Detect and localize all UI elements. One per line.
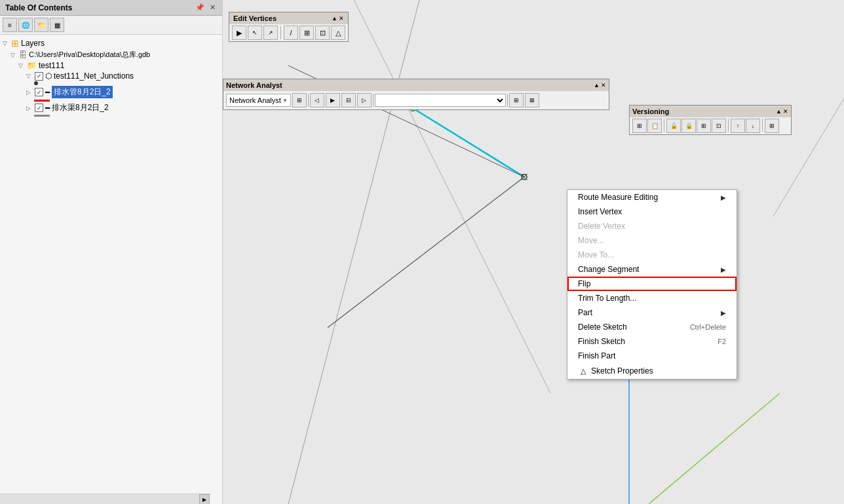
menu-label-route-measure: Route Measure Editing [578,193,658,202]
toc-layer-channel[interactable]: ▷ ✓ ━ 排水渠8月2日_2 [3,102,220,114]
ev-tools: ▶ ↖ ↗ / ⊞ ⊡ △ [229,24,348,41]
layer-checkbox-junctions[interactable]: ✓ [35,72,43,81]
versioning-panel: Versioning ▲ ✕ ⊞ 📋 🔓 🔒 ⊞ ⊡ ↑ ↓ ⊞ [629,105,792,135]
toc-scroll-right[interactable]: ▶ [199,494,210,504]
group-icon: 📁 [27,61,37,70]
menu-item-flip[interactable]: Flip [567,277,737,291]
ev-add-tool[interactable]: ↗ [263,26,278,40]
menu-item-finish-sketch[interactable]: Finish Sketch F2 [567,334,737,349]
toc-layer-pipe[interactable]: ▷ ✓ ━ 排水管8月2日_2 [3,85,220,99]
menu-item-part[interactable]: Part ▶ [567,305,737,320]
na-tool-3[interactable]: ▶ [326,93,340,107]
ver-close-button[interactable]: ✕ [783,108,788,115]
delete-sketch-shortcut: Ctrl+Delete [690,323,726,331]
ver-tool-5[interactable]: ⊞ [697,119,711,133]
na-tool-5[interactable]: ▷ [357,93,372,107]
toc-group-name: test111 [39,61,64,70]
svg-line-1 [288,0,419,504]
toc-close-button[interactable]: ✕ [208,3,217,12]
layer-checkbox-channel[interactable]: ✓ [35,104,43,112]
ver-tool-2[interactable]: 📋 [647,119,662,133]
context-menu: Route Measure Editing ▶ Insert Vertex De… [567,189,737,379]
route-measure-arrow: ▶ [721,194,726,201]
toc-file-path: C:\Users\Priva\Desktop\data\总库.gdb [29,50,150,60]
na-select[interactable] [375,94,506,107]
ver-tool-3[interactable]: 🔓 [666,119,681,133]
na-tool-6[interactable]: ⊞ [509,93,524,107]
ev-select-tool[interactable]: ▶ [232,26,246,40]
expand-icon: ▽ [26,73,33,79]
toc-panel: Table Of Contents 📌 ✕ ≡ 🌐 📁 ▦ ▽ ⊞ Layers… [0,0,223,504]
na-tool-7[interactable]: ⊠ [525,93,539,107]
channel-icon: ━ [45,104,50,113]
ev-close-button[interactable]: ✕ [339,15,344,22]
layers-icon: ⊞ [11,38,19,48]
menu-item-change-segment[interactable]: Change Segment ▶ [567,262,737,277]
svg-line-7 [328,177,524,328]
na-tool-1[interactable]: ⊞ [292,93,307,107]
na-tool-2[interactable]: ◁ [310,93,324,107]
toc-tool-folder[interactable]: 📁 [34,18,48,32]
ev-sketch-tool[interactable]: △ [331,26,345,40]
na-separator-3 [507,94,508,107]
ver-tool-4[interactable]: 🔒 [681,119,696,133]
na-dropdown[interactable]: Network Analyst ▼ [226,94,291,107]
map-svg [223,0,844,504]
toc-layers-root[interactable]: ▽ ⊞ Layers [3,37,220,49]
finish-sketch-shortcut: F2 [718,338,726,345]
svg-line-0 [354,0,550,393]
svg-line-9 [649,393,780,504]
ver-tool-6[interactable]: ⊡ [712,119,726,133]
menu-item-move: Move... [567,233,737,248]
ev-title-controls: ▲ ✕ [332,15,344,22]
ver-expand-button[interactable]: ▲ [776,108,782,115]
na-expand-button[interactable]: ▲ [594,82,600,88]
toc-tool-list[interactable]: ≡ [3,18,17,32]
ev-edit-tool[interactable]: / [284,26,298,40]
ver-titlebar: Versioning ▲ ✕ [630,106,791,117]
ver-controls: ▲ ✕ [776,108,788,115]
ver-tool-9[interactable]: ⊞ [765,119,779,133]
layer-checkbox-pipe[interactable]: ✓ [35,88,43,96]
menu-label-change-segment: Change Segment [578,265,639,274]
na-close-button[interactable]: ✕ [601,82,606,88]
ver-tool-8[interactable]: ↓ [746,119,760,133]
pipe-icon: ━ [45,88,50,97]
ev-title: Edit Vertices [233,14,277,22]
ver-tool-7[interactable]: ↑ [731,119,745,133]
menu-label-insert-vertex: Insert Vertex [578,207,622,216]
toc-toolbar: ≡ 🌐 📁 ▦ [0,16,222,35]
ev-grid-tool[interactable]: ⊞ [299,26,314,40]
menu-item-sketch-props[interactable]: △ Sketch Properties [567,363,737,379]
menu-item-trim[interactable]: Trim To Length... [567,291,737,305]
ver-title: Versioning [632,107,669,115]
menu-label-finish-sketch: Finish Sketch [578,337,625,346]
menu-label-finish-part: Finish Part [578,351,615,360]
toc-title-controls: 📌 ✕ [194,3,217,12]
toc-tool-grid[interactable]: ▦ [50,18,64,32]
menu-item-delete-sketch[interactable]: Delete Sketch Ctrl+Delete [567,320,737,334]
edit-vertices-panel: Edit Vertices ▲ ✕ ▶ ↖ ↗ / ⊞ ⊡ △ [229,12,349,42]
ev-expand-button[interactable]: ▲ [332,15,337,22]
toc-scrollbar[interactable]: ▶ [0,494,210,504]
toc-content: ▽ ⊞ Layers ▽ 🗄 C:\Users\Priva\Desktop\da… [0,35,222,119]
menu-item-route-measure[interactable]: Route Measure Editing ▶ [567,190,737,204]
menu-label-delete-sketch: Delete Sketch [578,322,627,332]
network-analyst-panel: Network Analyst ▲ ✕ Network Analyst ▼ ⊞ … [223,79,609,110]
menu-label-sketch-props: Sketch Properties [591,366,653,376]
ver-tool-1[interactable]: ⊞ [632,119,647,133]
menu-item-finish-part[interactable]: Finish Part [567,349,737,363]
toc-group-item[interactable]: ▽ 📁 test111 [3,60,220,71]
ev-move-tool[interactable]: ↖ [248,26,262,40]
toc-file-item[interactable]: ▽ 🗄 C:\Users\Priva\Desktop\data\总库.gdb [3,49,220,60]
toc-layer-junctions-name: test111_Net_Junctions [54,71,134,81]
menu-item-insert-vertex[interactable]: Insert Vertex [567,204,737,219]
na-tool-4[interactable]: ⊟ [341,93,356,107]
toc-layer-junctions[interactable]: ▽ ✓ ⬡ test111_Net_Junctions [3,71,220,81]
svg-line-2 [413,108,524,177]
ev-rotate-tool[interactable]: ⊡ [315,26,330,40]
toc-tool-globe[interactable]: 🌐 [18,18,33,32]
sketch-props-content: △ Sketch Properties [578,366,653,376]
ver-toolbar: ⊞ 📋 🔓 🔒 ⊞ ⊡ ↑ ↓ ⊞ [630,117,791,134]
toc-pin-button[interactable]: 📌 [194,3,206,12]
